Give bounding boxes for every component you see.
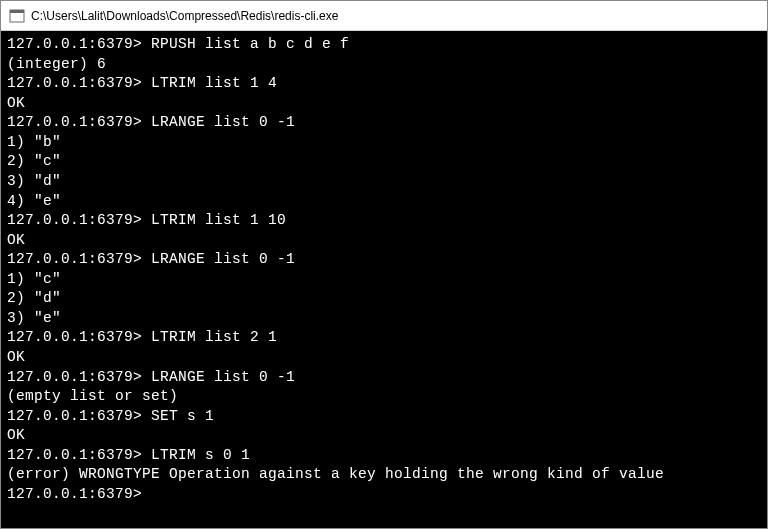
window-title: C:\Users\Lalit\Downloads\Compressed\Redi… (31, 9, 338, 23)
terminal-line: 4) "e" (7, 192, 761, 212)
terminal-line: OK (7, 426, 761, 446)
terminal-line: OK (7, 231, 761, 251)
terminal-line: (integer) 6 (7, 55, 761, 75)
terminal-line: 127.0.0.1:6379> LRANGE list 0 -1 (7, 113, 761, 133)
terminal-line: 127.0.0.1:6379> LRANGE list 0 -1 (7, 250, 761, 270)
terminal-line: 3) "d" (7, 172, 761, 192)
terminal-line: (empty list or set) (7, 387, 761, 407)
app-icon (9, 8, 25, 24)
terminal-line: 2) "d" (7, 289, 761, 309)
terminal-line: 127.0.0.1:6379> LTRIM list 1 10 (7, 211, 761, 231)
terminal-line: 127.0.0.1:6379> RPUSH list a b c d e f (7, 35, 761, 55)
terminal-line: 3) "e" (7, 309, 761, 329)
terminal-line: OK (7, 94, 761, 114)
terminal-line: 127.0.0.1:6379> LTRIM s 0 1 (7, 446, 761, 466)
terminal-line: 2) "c" (7, 152, 761, 172)
terminal-prompt[interactable]: 127.0.0.1:6379> (7, 485, 761, 505)
terminal-line: 127.0.0.1:6379> LTRIM list 2 1 (7, 328, 761, 348)
terminal-output[interactable]: 127.0.0.1:6379> RPUSH list a b c d e f (… (1, 31, 767, 509)
terminal-line: 127.0.0.1:6379> SET s 1 (7, 407, 761, 427)
window-titlebar[interactable]: C:\Users\Lalit\Downloads\Compressed\Redi… (1, 1, 767, 31)
terminal-line: (error) WRONGTYPE Operation against a ke… (7, 465, 761, 485)
terminal-line: OK (7, 348, 761, 368)
terminal-line: 1) "b" (7, 133, 761, 153)
terminal-line: 127.0.0.1:6379> LTRIM list 1 4 (7, 74, 761, 94)
svg-rect-1 (10, 10, 24, 13)
terminal-line: 127.0.0.1:6379> LRANGE list 0 -1 (7, 368, 761, 388)
terminal-line: 1) "c" (7, 270, 761, 290)
